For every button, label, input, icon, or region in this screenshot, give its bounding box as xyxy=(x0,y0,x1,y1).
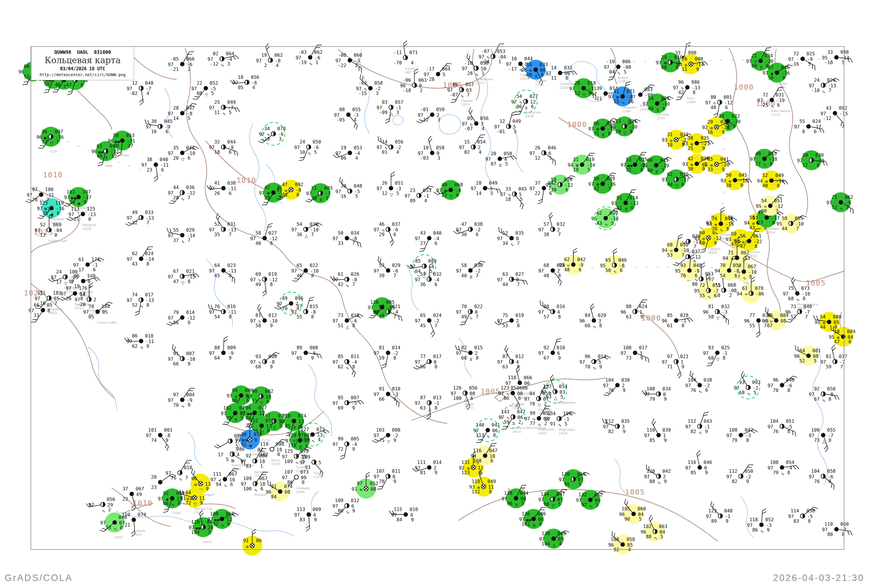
station-value: 43 xyxy=(826,105,831,111)
station-id: 28334 xyxy=(766,230,775,234)
station-value: 76 xyxy=(773,429,778,434)
station-plot: 229708052-55▽ xyxy=(191,80,218,101)
station-value: ∿ xyxy=(346,366,349,370)
cloud-cover-icon xyxy=(262,236,267,240)
station-value: 8 xyxy=(608,131,611,136)
station-id: 13625 xyxy=(114,535,123,539)
station-value: 045 xyxy=(739,172,747,178)
station-value: 54 xyxy=(648,96,654,101)
station-value: ⧖ xyxy=(760,65,763,70)
cloud-cover-icon xyxy=(348,151,352,155)
station-name: Hannover xyxy=(82,223,96,227)
station-value: 5 xyxy=(560,394,563,399)
station-value: 65 xyxy=(297,262,302,268)
station-value: 15 xyxy=(614,99,619,104)
station-value: 9 xyxy=(664,396,667,402)
station-value: ▽ xyxy=(390,192,393,197)
station-value: 049 xyxy=(775,172,784,178)
station-plot: 91≡06 xyxy=(242,529,262,556)
station-value: 104 xyxy=(243,405,251,410)
station-value: ∿ xyxy=(311,439,315,443)
station-value: 97 xyxy=(750,156,756,162)
station-value: 95 xyxy=(338,395,344,400)
station-value: 35 xyxy=(282,192,288,198)
cloud-cover-icon xyxy=(308,55,312,60)
station-value: 8 xyxy=(229,273,232,278)
station-value: 97 xyxy=(686,383,691,388)
station-value: 048 xyxy=(145,80,153,86)
station-value: 87 xyxy=(420,395,426,400)
station-value: 97 xyxy=(405,193,410,199)
station-value: 44 xyxy=(667,182,673,187)
station-value: 046 xyxy=(118,514,127,520)
station-value: 047 xyxy=(186,105,195,111)
station-value: 80 xyxy=(711,94,716,100)
station-value: 66 xyxy=(232,398,237,404)
station-value: 10 xyxy=(423,145,429,150)
station-value: 4 xyxy=(478,149,482,155)
station-value: 94 xyxy=(662,248,668,253)
station-value: 97 xyxy=(499,414,504,420)
station-value: 79 xyxy=(773,470,778,476)
station-value: -07 xyxy=(450,92,458,98)
station-value: 056 xyxy=(395,139,404,145)
station-value: 056 xyxy=(107,496,115,502)
station-value: 73 xyxy=(626,355,632,361)
station-value: 050 xyxy=(680,242,688,248)
station-value: 08 xyxy=(285,489,290,495)
station-value: 054 xyxy=(559,384,567,389)
station-value: 7 xyxy=(311,232,314,237)
station-value: 4 xyxy=(354,117,357,123)
station-value: 047 xyxy=(556,491,565,497)
station-value: -03 xyxy=(298,50,307,55)
station-value: 74 xyxy=(151,438,157,443)
station-value: 9 xyxy=(393,396,396,402)
station-value: 97 xyxy=(471,186,476,191)
station-value: 03 xyxy=(382,99,387,105)
station-plot: 1129782043-19∿ xyxy=(686,411,712,435)
station-value: 68 xyxy=(739,390,745,395)
station-plot: 87976301249 xyxy=(497,345,524,369)
station-value: 97 xyxy=(752,215,758,221)
station-value: 042 xyxy=(577,256,586,262)
station-value: 18 xyxy=(264,136,270,142)
station-value: 066 xyxy=(186,56,195,62)
station-value: 101 xyxy=(522,521,530,527)
station-value: 125 xyxy=(87,206,95,212)
station-value: 8 xyxy=(120,525,123,530)
station-value: 12 xyxy=(382,190,387,196)
station-plot: 1109780060-78 xyxy=(822,521,853,537)
station-value: 119 xyxy=(260,441,268,447)
station-value: 82 xyxy=(732,478,737,484)
station-plot: 109978001269∿ xyxy=(333,498,359,518)
station-plot: 589740030-27⧖ xyxy=(456,260,485,279)
station-value: 053 xyxy=(733,262,741,268)
station-value: 53 xyxy=(626,157,632,162)
station-value: 91 xyxy=(243,538,249,543)
station-value: 21 xyxy=(124,522,130,528)
station-value: 104 xyxy=(811,468,820,474)
station-value: 035 xyxy=(515,230,524,236)
station-value: -18 xyxy=(402,88,411,93)
cloud-cover-icon xyxy=(221,351,226,355)
station-value: 97 xyxy=(209,351,214,356)
station-value: 4 xyxy=(276,63,279,68)
cloud-cover-icon xyxy=(81,212,85,216)
station-value: 111 xyxy=(213,471,221,477)
station-plot: 2497-10024-137∿ xyxy=(809,77,839,94)
station-value: 80 xyxy=(338,508,344,514)
station-value: 100 xyxy=(623,345,632,351)
station-value: 5 xyxy=(753,390,756,395)
station-value: 97 xyxy=(291,351,297,356)
station-value: ∿ xyxy=(309,62,312,66)
station-value: -19 xyxy=(298,60,307,65)
station-value: 058 xyxy=(480,60,489,66)
station-plot: 100977301739 xyxy=(621,345,650,363)
station-value: 14 xyxy=(80,291,86,297)
station-value: 983 xyxy=(644,87,652,92)
station-id: 28418 xyxy=(708,250,717,255)
station-value: 7 xyxy=(828,88,831,93)
station-value: 7 xyxy=(54,300,57,306)
station-value: 2 xyxy=(420,88,423,93)
station-value: 95 xyxy=(675,268,681,274)
